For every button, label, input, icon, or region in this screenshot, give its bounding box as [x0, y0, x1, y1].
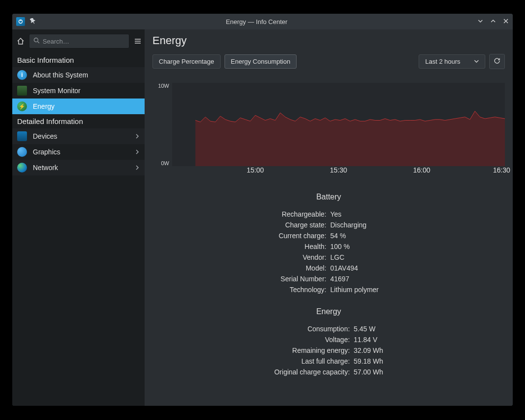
- energy-row-value: 57.00 Wh: [354, 368, 383, 376]
- chart-x-tick: 16:00: [413, 166, 430, 174]
- battery-row-value: 41697: [330, 275, 379, 283]
- energy-row-key: Remaining energy:: [274, 346, 350, 354]
- battery-row-value: Lithium polymer: [330, 286, 379, 294]
- sidebar-item-energy[interactable]: ⚡ Energy: [12, 99, 145, 114]
- battery-row-key: Model:: [278, 264, 326, 272]
- energy-section: Energy Consumption:5.45 WVoltage:11.84 V…: [145, 307, 513, 376]
- refresh-button[interactable]: [489, 54, 505, 69]
- network-icon: [17, 163, 27, 173]
- chart-x-tick: 15:30: [330, 166, 347, 174]
- chevron-right-icon: [135, 164, 140, 172]
- devices-icon: [17, 131, 27, 141]
- chart-plot: [172, 83, 505, 166]
- battery-row-key: Rechargeable:: [278, 210, 326, 218]
- battery-row-key: Charge state:: [278, 221, 326, 229]
- chevron-right-icon: [135, 148, 140, 156]
- sidebar: Basic Information i About this System Sy…: [12, 29, 145, 406]
- chart-y-axis: 10W0W: [152, 83, 172, 166]
- svg-point-2: [34, 38, 38, 42]
- menu-button[interactable]: [133, 34, 142, 48]
- graphics-icon: [17, 147, 27, 157]
- main-content: Energy Charge Percentage Energy Consumpt…: [145, 29, 513, 406]
- battery-row-key: Vendor:: [278, 253, 326, 261]
- chart: 10W0W 15:0015:3016:0016:30: [152, 83, 505, 173]
- home-button[interactable]: [16, 33, 25, 49]
- pin-icon[interactable]: [30, 18, 36, 25]
- sidebar-item-label: Network: [33, 164, 129, 172]
- sidebar-item-devices[interactable]: Devices: [12, 128, 145, 144]
- page-title: Energy: [145, 29, 513, 54]
- section-basic-information: Basic Information: [12, 53, 145, 67]
- sidebar-item-graphics[interactable]: Graphics: [12, 144, 145, 160]
- sidebar-item-about[interactable]: i About this System: [12, 67, 145, 83]
- chart-y-tick: 10W: [158, 83, 169, 89]
- app-icon: [16, 17, 25, 26]
- chart-x-tick: 15:00: [247, 166, 264, 174]
- app-window: Energy — Info Center Basic Information: [12, 14, 513, 406]
- battery-row-value: 100 %: [330, 243, 379, 250]
- section-detailed-information: Detailed Information: [12, 114, 145, 128]
- sidebar-item-label: Graphics: [33, 148, 129, 156]
- chart-area: [196, 111, 505, 166]
- battery-row-value: 54 %: [330, 232, 379, 240]
- battery-row-value: LGC: [330, 253, 379, 261]
- svg-line-3: [38, 42, 40, 44]
- tab-charge-percentage[interactable]: Charge Percentage: [152, 54, 221, 69]
- battery-row-key: Health:: [278, 243, 326, 250]
- battery-section-title: Battery: [145, 193, 513, 201]
- info-icon: i: [17, 70, 27, 80]
- minimize-icon[interactable]: [477, 18, 483, 25]
- chart-x-axis: 15:0015:3016:0016:30: [172, 166, 505, 173]
- energy-icon: ⚡: [17, 101, 27, 111]
- maximize-icon[interactable]: [490, 18, 496, 25]
- battery-row-value: Yes: [330, 210, 379, 218]
- sidebar-item-label: Energy: [33, 102, 140, 110]
- battery-row-key: Technology:: [278, 286, 326, 294]
- time-range-select[interactable]: Last 2 hours: [419, 54, 485, 69]
- energy-row-value: 11.84 V: [354, 336, 383, 344]
- battery-row-key: Serial Number:: [278, 275, 326, 283]
- chevron-right-icon: [135, 132, 140, 140]
- monitor-icon: [17, 86, 27, 96]
- battery-row-key: Current charge:: [278, 232, 326, 240]
- close-icon[interactable]: [503, 18, 509, 25]
- energy-row-key: Last full charge:: [274, 357, 350, 365]
- time-range-label: Last 2 hours: [425, 58, 460, 65]
- search-input-wrap[interactable]: [29, 34, 129, 49]
- toolbar: Charge Percentage Energy Consumption Las…: [145, 54, 513, 69]
- energy-row-value: 32.09 Wh: [354, 346, 383, 354]
- refresh-icon: [494, 58, 500, 66]
- search-icon: [33, 37, 40, 45]
- sidebar-item-system-monitor[interactable]: System Monitor: [12, 83, 145, 99]
- chart-x-tick: 16:30: [493, 166, 510, 174]
- energy-row-key: Original charge capacity:: [274, 368, 350, 376]
- energy-row-value: 59.18 Wh: [354, 357, 383, 365]
- sidebar-item-network[interactable]: Network: [12, 160, 145, 175]
- chevron-down-icon: [474, 58, 479, 65]
- energy-section-title: Energy: [145, 307, 513, 316]
- energy-row-key: Consumption:: [274, 325, 350, 333]
- tab-energy-consumption[interactable]: Energy Consumption: [225, 54, 297, 69]
- window-title: Energy — Info Center: [36, 18, 477, 25]
- battery-row-value: 01AV494: [330, 264, 379, 272]
- energy-row-key: Voltage:: [274, 336, 350, 344]
- battery-row-value: Discharging: [330, 221, 379, 229]
- sidebar-item-label: System Monitor: [33, 87, 140, 95]
- sidebar-item-label: Devices: [33, 132, 129, 140]
- titlebar[interactable]: Energy — Info Center: [12, 14, 513, 29]
- energy-row-value: 5.45 W: [354, 325, 383, 333]
- search-input[interactable]: [43, 38, 125, 45]
- chart-y-tick: 0W: [161, 160, 170, 166]
- battery-section: Battery Rechargeable:YesCharge state:Dis…: [145, 193, 513, 294]
- sidebar-item-label: About this System: [33, 71, 140, 79]
